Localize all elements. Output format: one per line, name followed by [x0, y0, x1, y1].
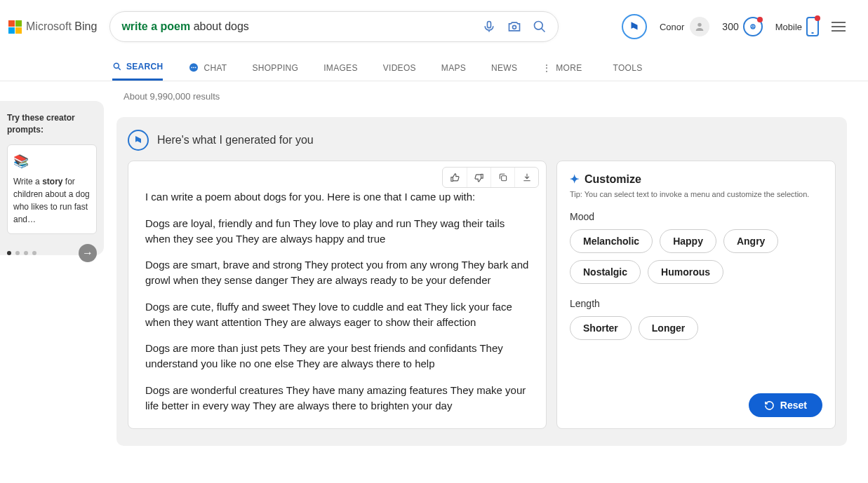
content-actions	[442, 167, 539, 188]
customize-title: Customize	[585, 173, 641, 186]
header-bar: Microsoft Bing write a poem about dogs C…	[0, 0, 868, 42]
tab-images[interactable]: IMAGES	[323, 56, 357, 80]
bing-chat-icon[interactable]	[622, 14, 647, 39]
tab-tools[interactable]: TOOLS	[613, 56, 642, 80]
search-box[interactable]: write a poem about dogs	[109, 11, 559, 42]
avatar-icon	[690, 17, 709, 36]
ai-header-text: Here's what I generated for you	[157, 134, 314, 147]
mood-happy[interactable]: Happy	[660, 229, 716, 253]
mood-label: Mood	[570, 211, 822, 222]
length-chips: Shorter Longer	[570, 316, 822, 340]
customize-tip: Tip: You can select text to invoke a men…	[570, 190, 822, 198]
tab-search[interactable]: SEARCH	[112, 55, 163, 81]
bing-ai-icon	[128, 130, 149, 151]
dot-3[interactable]	[24, 251, 28, 255]
mic-icon[interactable]	[482, 20, 496, 34]
books-icon: 📚	[13, 152, 91, 171]
customize-panel: ✦ Customize Tip: You can select text to …	[556, 161, 836, 429]
tab-shopping[interactable]: SHOPPING	[252, 56, 298, 80]
poem-stanza: Dogs are wonderful creatures They have m…	[145, 383, 529, 414]
rewards-points[interactable]: 300	[722, 17, 762, 36]
bing-logo[interactable]: Microsoft Bing	[8, 20, 97, 34]
nav-tabs: SEARCH CHAT SHOPPING IMAGES VIDEOS MAPS …	[0, 55, 868, 81]
thumbs-up-icon[interactable]	[443, 168, 467, 187]
dot-1[interactable]	[7, 251, 11, 255]
username: Conor	[660, 22, 684, 32]
search-query[interactable]: write a poem about dogs	[121, 20, 482, 33]
logo-text: Microsoft Bing	[26, 20, 97, 33]
ai-answer-panel: Here's what I generated for you	[116, 117, 847, 446]
poem-stanza: Dogs are more than just pets They are yo…	[145, 341, 529, 372]
medal-icon	[743, 17, 763, 36]
tab-more[interactable]: ⋮MORE	[542, 56, 582, 80]
svg-point-8	[194, 67, 195, 68]
copy-icon[interactable]	[490, 168, 514, 187]
mobile-link[interactable]: Mobile	[775, 17, 819, 36]
poem-stanza: Dogs are loyal, friendly and fun They lo…	[145, 216, 529, 247]
camera-icon[interactable]	[507, 20, 521, 34]
dot-2[interactable]	[15, 251, 20, 255]
mood-melancholic[interactable]: Melancholic	[570, 229, 653, 253]
poem-stanza: Dogs are smart, brave and strong They pr…	[145, 257, 529, 288]
prompt-card[interactable]: 📚 Write a story for children about a dog…	[7, 144, 97, 234]
reset-button[interactable]: Reset	[749, 393, 822, 417]
svg-rect-10	[501, 176, 506, 181]
carousel-next[interactable]: →	[79, 244, 97, 262]
thumbs-down-icon[interactable]	[467, 168, 490, 187]
microsoft-icon	[8, 20, 22, 34]
search-icon[interactable]	[533, 20, 547, 34]
svg-rect-0	[488, 22, 491, 28]
svg-point-9	[195, 67, 196, 68]
svg-point-3	[698, 23, 702, 27]
tab-videos[interactable]: VIDEOS	[383, 56, 416, 80]
length-label: Length	[570, 298, 822, 309]
carousel-dots: →	[7, 244, 97, 262]
tab-news[interactable]: NEWS	[491, 56, 517, 80]
tab-chat[interactable]: CHAT	[188, 55, 227, 81]
tab-maps[interactable]: MAPS	[441, 56, 466, 80]
sparkle-icon: ✦	[570, 172, 579, 186]
account-menu[interactable]: Conor	[660, 17, 709, 36]
poem-stanza: Dogs are cute, fluffy and sweet They lov…	[145, 299, 529, 330]
generated-content-card: I can write a poem about dogs for you. H…	[128, 161, 547, 429]
dot-4[interactable]	[32, 251, 36, 255]
length-longer[interactable]: Longer	[639, 316, 698, 340]
mood-angry[interactable]: Angry	[723, 229, 778, 253]
length-shorter[interactable]: Shorter	[570, 316, 632, 340]
download-icon[interactable]	[514, 168, 538, 187]
mood-chips: Melancholic Happy Angry Nostalgic Humoro…	[570, 229, 822, 284]
phone-icon	[806, 17, 819, 36]
mood-nostalgic[interactable]: Nostalgic	[570, 260, 641, 284]
svg-point-7	[192, 67, 193, 68]
hamburger-menu[interactable]	[832, 22, 846, 32]
svg-point-5	[114, 63, 119, 68]
sidebar-title: Try these creator prompts:	[7, 112, 97, 136]
svg-point-2	[535, 22, 543, 30]
mood-humorous[interactable]: Humorous	[648, 260, 723, 284]
results-count: About 9,990,000 results	[123, 91, 847, 102]
svg-point-1	[513, 25, 516, 29]
poem-intro: I can write a poem about dogs for you. H…	[145, 189, 529, 205]
creator-prompts-sidebar: Try these creator prompts: 📚 Write a sto…	[0, 101, 104, 255]
